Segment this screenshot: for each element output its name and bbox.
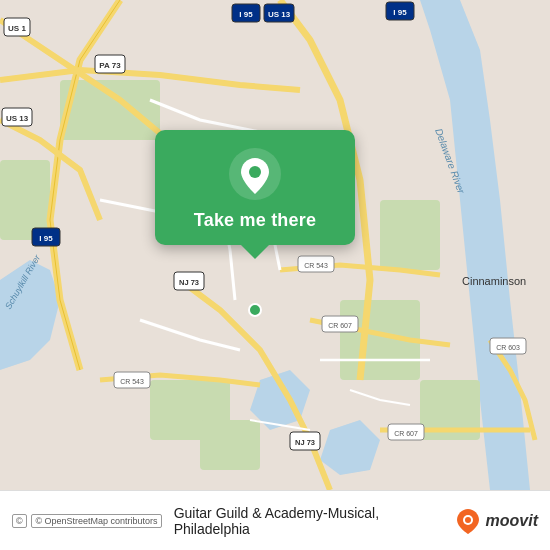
svg-text:CR 603: CR 603 bbox=[496, 344, 520, 351]
moovit-logo: moovit bbox=[454, 507, 538, 535]
place-name: Guitar Guild & Academy-Musical, Philadel… bbox=[174, 505, 444, 537]
svg-text:US 13: US 13 bbox=[268, 10, 291, 19]
location-pin-icon bbox=[229, 148, 281, 200]
svg-text:I 95: I 95 bbox=[239, 10, 253, 19]
osm-credit-text: © OpenStreetMap contributors bbox=[31, 514, 161, 528]
svg-text:US 1: US 1 bbox=[8, 24, 26, 33]
popup-card[interactable]: Take me there bbox=[155, 130, 355, 245]
svg-point-41 bbox=[249, 166, 261, 178]
svg-text:CR 607: CR 607 bbox=[394, 430, 418, 437]
svg-rect-7 bbox=[200, 420, 260, 470]
moovit-text: moovit bbox=[486, 512, 538, 530]
svg-text:PA 73: PA 73 bbox=[99, 61, 121, 70]
bottom-bar: © © OpenStreetMap contributors Guitar Gu… bbox=[0, 490, 550, 550]
svg-text:I 95: I 95 bbox=[393, 8, 407, 17]
svg-text:NJ 73: NJ 73 bbox=[179, 278, 199, 287]
svg-text:NJ 73: NJ 73 bbox=[295, 438, 315, 447]
svg-text:CR 543: CR 543 bbox=[304, 262, 328, 269]
svg-text:US 13: US 13 bbox=[6, 114, 29, 123]
svg-text:I 95: I 95 bbox=[39, 234, 53, 243]
osm-credit: © © OpenStreetMap contributors bbox=[12, 514, 164, 528]
svg-rect-2 bbox=[380, 200, 440, 270]
svg-point-39 bbox=[249, 304, 261, 316]
svg-point-43 bbox=[465, 517, 471, 523]
bottom-info: Guitar Guild & Academy-Musical, Philadel… bbox=[174, 505, 538, 537]
svg-text:Cinnaminson: Cinnaminson bbox=[462, 275, 526, 287]
svg-text:CR 543: CR 543 bbox=[120, 378, 144, 385]
moovit-icon bbox=[454, 507, 482, 535]
map-container: US 1 US 13 PA 73 I 95 US 13 I 95 I 95 NJ… bbox=[0, 0, 550, 490]
take-me-there-button[interactable]: Take me there bbox=[194, 210, 316, 231]
svg-text:CR 607: CR 607 bbox=[328, 322, 352, 329]
map-svg: US 1 US 13 PA 73 I 95 US 13 I 95 I 95 NJ… bbox=[0, 0, 550, 490]
